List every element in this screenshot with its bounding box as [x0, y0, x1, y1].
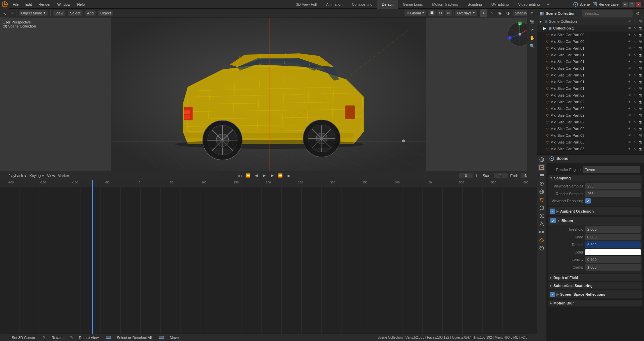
- camera-btn[interactable]: 📷: [528, 18, 536, 25]
- tab-3d-view-full[interactable]: 3D View Full: [291, 0, 322, 9]
- object-item-14[interactable]: ▽ Mid Size Car Part.02 👁 ↖ 📷: [537, 125, 644, 132]
- editor-type-btn[interactable]: ⊞: [11, 11, 13, 15]
- jump-end-btn[interactable]: ⏭: [285, 172, 292, 179]
- ssr-header[interactable]: ▶ Screen Space Reflections: [548, 290, 642, 298]
- wireframe-shading-btn[interactable]: ○: [488, 9, 495, 17]
- object-item-10[interactable]: ▽ Mid Size Car Part.02 👁 ↖ 📷: [537, 99, 644, 105]
- ao-enabled-checkbox[interactable]: [550, 209, 555, 214]
- obj11-sel-btn[interactable]: ↖: [633, 106, 637, 111]
- obj14-sel-btn[interactable]: ↖: [633, 126, 637, 131]
- c1-render-btn[interactable]: 📷: [638, 26, 643, 31]
- obj0-ren-btn[interactable]: 📷: [638, 33, 643, 37]
- obj15-sel-btn[interactable]: ↖: [633, 133, 637, 138]
- obj7-ren-btn[interactable]: 📷: [638, 79, 643, 84]
- world-props-btn[interactable]: [538, 188, 545, 195]
- restrict-render-btn[interactable]: 📷: [638, 19, 643, 24]
- obj2-vp-btn[interactable]: 👁: [627, 46, 632, 51]
- sss-header[interactable]: ▶ Subsurface Scattering: [548, 282, 642, 289]
- outliner-search[interactable]: [582, 10, 633, 17]
- obj8-ren-btn[interactable]: 📷: [638, 86, 643, 91]
- tab-video-editing[interactable]: Video Editing: [514, 0, 545, 9]
- next-frame-btn[interactable]: ⏩: [277, 172, 284, 179]
- timeline-playhead[interactable]: [92, 180, 93, 334]
- viewport-3d-canvas[interactable]: User Perspective (0) Scene Collection: [0, 17, 537, 171]
- obj3-vp-btn[interactable]: 👁: [627, 53, 632, 57]
- obj3-ren-btn[interactable]: 📷: [638, 53, 643, 57]
- obj15-ren-btn[interactable]: 📷: [638, 133, 643, 138]
- obj12-vp-btn[interactable]: 👁: [627, 113, 632, 118]
- obj14-vp-btn[interactable]: 👁: [627, 126, 632, 131]
- obj11-vp-btn[interactable]: 👁: [627, 106, 632, 111]
- tab-animation[interactable]: Animation: [321, 0, 347, 9]
- tab-default[interactable]: Default: [377, 0, 398, 9]
- obj17-sel-btn[interactable]: ↖: [633, 147, 637, 151]
- keying-btn[interactable]: Keying ▼: [30, 174, 45, 178]
- obj7-sel-btn[interactable]: ↖: [633, 79, 637, 84]
- sun-btn[interactable]: ☀: [528, 26, 536, 34]
- tab-compositing[interactable]: Compositing: [347, 0, 377, 9]
- obj6-sel-btn[interactable]: ↖: [633, 73, 637, 77]
- zoom-btn[interactable]: 🔍: [528, 42, 536, 50]
- tab-game-logic[interactable]: Game Logic: [398, 0, 427, 9]
- transform-dropdown[interactable]: ⊕ Global ▼: [405, 10, 427, 16]
- object-item-4[interactable]: ▽ Mid Size Car Part.01 👁 ↖ 📷: [537, 58, 644, 65]
- obj12-sel-btn[interactable]: ↖: [633, 113, 637, 118]
- obj14-ren-btn[interactable]: 📷: [638, 126, 643, 131]
- menu-help[interactable]: Help: [74, 0, 88, 9]
- bloom-threshold-input[interactable]: 2.000: [585, 226, 641, 233]
- sampling-header[interactable]: ▼ Sampling: [548, 175, 642, 181]
- obj5-sel-btn[interactable]: ↖: [633, 66, 637, 71]
- view-menu[interactable]: View: [53, 10, 65, 16]
- scene-collection-item[interactable]: ▼ ⊞ Scene Collection 👁 ↖ 📷: [537, 18, 644, 25]
- object-item-6[interactable]: ▽ Mid Size Car Part.01 👁 ↖ 📷: [537, 72, 644, 78]
- obj8-sel-btn[interactable]: ↖: [633, 86, 637, 91]
- object-props-btn[interactable]: [538, 196, 545, 204]
- bloom-clamp-input[interactable]: 1.000: [585, 264, 641, 271]
- restrict-viewport-btn[interactable]: 👁: [627, 19, 632, 24]
- modifier-props-btn[interactable]: [538, 204, 545, 212]
- render-props-btn[interactable]: [538, 156, 545, 163]
- object-item-13[interactable]: ▽ Mid Size Car Part.02 👁 ↖ 📷: [537, 119, 644, 125]
- obj5-vp-btn[interactable]: 👁: [627, 66, 632, 71]
- viewport-denoising-checkbox[interactable]: [585, 198, 591, 204]
- obj0-sel-btn[interactable]: ↖: [633, 33, 637, 37]
- object-item-18[interactable]: ▽ Mid Size Car Part.03 👁 ↖ 📷: [537, 152, 644, 154]
- obj4-sel-btn[interactable]: ↖: [633, 59, 637, 64]
- obj7-vp-btn[interactable]: 👁: [627, 79, 632, 84]
- obj17-ren-btn[interactable]: 📷: [638, 147, 643, 151]
- solid-shading-btn[interactable]: ●: [480, 9, 487, 17]
- play-btn[interactable]: ▶: [261, 172, 268, 179]
- object-mode-btn[interactable]: Object Mode ▼: [19, 10, 48, 16]
- overlays-btn[interactable]: Overlays ▼: [455, 10, 477, 16]
- bloom-enabled-checkbox[interactable]: [550, 218, 556, 223]
- object-item-17[interactable]: ▽ Mid Size Car Part.03 👁 ↖ 📷: [537, 146, 644, 152]
- outliner-content[interactable]: ▼ ⊞ Scene Collection 👁 ↖ 📷 ▶ ⊞ Collectio…: [537, 18, 644, 154]
- outliner-filter-btn[interactable]: ⚙: [634, 10, 641, 17]
- bloom-color-swatch[interactable]: [585, 249, 641, 255]
- c1-select-btn[interactable]: ↖: [633, 26, 637, 31]
- obj18-sel-btn[interactable]: ↖: [633, 153, 637, 154]
- object-item-1[interactable]: ▽ Mid Size Car Part.00 👁 ↖ 📷: [537, 38, 644, 45]
- obj9-sel-btn[interactable]: ↖: [633, 93, 637, 98]
- obj17-vp-btn[interactable]: 👁: [627, 147, 632, 151]
- motion-blur-header[interactable]: ▶ Motion Blur: [548, 300, 642, 306]
- object-item-3[interactable]: ▽ Mid Size Car Part.01 👁 ↖ 📷: [537, 52, 644, 58]
- dof-header[interactable]: ▶ Depth of Field: [548, 274, 642, 281]
- material-props-btn[interactable]: [538, 244, 545, 252]
- obj16-vp-btn[interactable]: 👁: [627, 140, 632, 145]
- object-item-5[interactable]: ▽ Mid Size Car Part.01 👁 ↖ 📷: [537, 65, 644, 72]
- obj8-vp-btn[interactable]: 👁: [627, 86, 632, 91]
- obj13-ren-btn[interactable]: 📷: [638, 120, 643, 124]
- render-engine-dropdown[interactable]: Eevee: [583, 166, 640, 173]
- bloom-knee-input[interactable]: 0.000: [585, 234, 641, 240]
- particles-props-btn[interactable]: [538, 212, 545, 220]
- obj2-ren-btn[interactable]: 📷: [638, 46, 643, 51]
- menu-window[interactable]: Window: [54, 0, 74, 9]
- output-props-btn[interactable]: [538, 164, 545, 171]
- tab-scripting[interactable]: Scripting: [463, 0, 487, 9]
- view-btn[interactable]: View: [47, 174, 55, 178]
- ssr-enabled-checkbox[interactable]: [550, 292, 555, 297]
- bloom-radius-input[interactable]: 6.500: [585, 241, 641, 248]
- timeline-content[interactable]: -200 -150 -100 -50 0 50 100 150 200 250 …: [0, 180, 537, 334]
- rendered-shading-btn[interactable]: ◉: [496, 9, 503, 17]
